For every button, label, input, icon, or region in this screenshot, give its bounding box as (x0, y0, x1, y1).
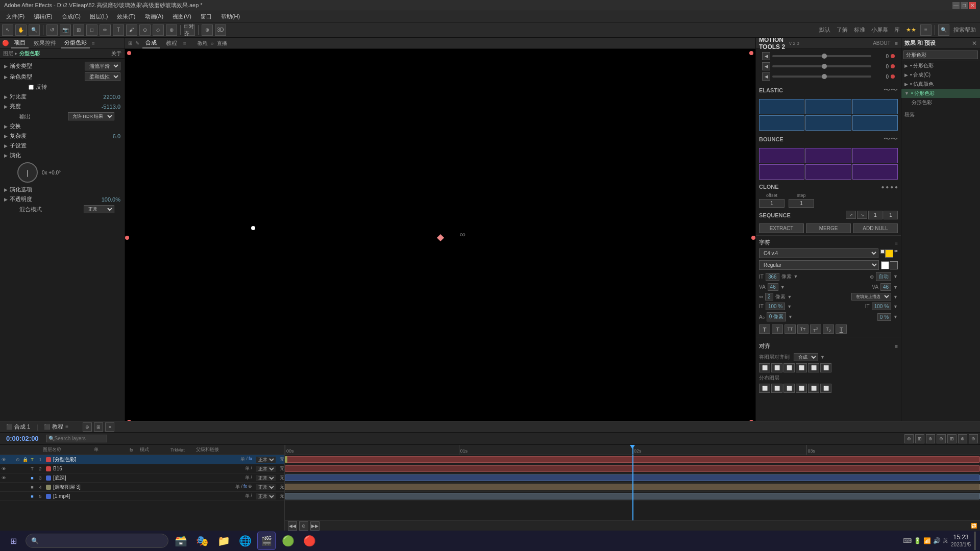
preview-panel-menu[interactable]: ≡ (183, 40, 186, 46)
tool-rect[interactable]: □ (86, 24, 97, 36)
taskbar-app-4[interactable]: 🌐 (236, 532, 254, 550)
align-center-h[interactable]: ⬜ (771, 363, 782, 372)
tool-3d[interactable]: 3D (215, 24, 226, 36)
tool-align[interactable]: □ 对齐 (184, 24, 195, 36)
layer-2-vis[interactable]: 👁 (0, 466, 7, 471)
tl-tool-7[interactable]: ⊕ (969, 434, 978, 443)
preset-5[interactable] (805, 115, 851, 131)
tl-tool-3[interactable]: ⊕ (926, 434, 935, 443)
sub-settings-row[interactable]: ▶ 子设置 (2, 141, 122, 151)
complexity-row[interactable]: ▶ 复杂度 6.0 (2, 131, 122, 141)
taskbar-app-6[interactable]: 🔴 (300, 532, 318, 550)
about-button[interactable]: ABOUT (873, 40, 890, 46)
output-select[interactable]: 允许 HDR 结果 (68, 112, 114, 120)
tab-effects[interactable]: 效果控件 (31, 38, 59, 48)
tool-brush[interactable]: 🖌 (126, 24, 137, 36)
layer-4-mode[interactable]: 正常 (256, 484, 276, 490)
transform-row[interactable]: ▶ 变换 (2, 121, 122, 131)
tool-snapping[interactable]: ⊕ (202, 24, 213, 36)
system-clock[interactable]: 15:23 2023/1/5 (951, 534, 971, 548)
color-swatch-yellow[interactable] (885, 249, 893, 258)
taskbar-app-3[interactable]: 📁 (214, 532, 233, 550)
layer-5-switch-shy[interactable]: / (251, 493, 252, 499)
bounce-preset-5[interactable] (805, 164, 851, 180)
tool-puppet[interactable]: ⊕ (166, 24, 177, 36)
menu-edit[interactable]: 编辑(E) (30, 12, 57, 21)
dist-right[interactable]: ⬜ (783, 384, 795, 393)
seq-num-2[interactable] (884, 211, 898, 219)
add-null-button[interactable]: ADD NULL (853, 223, 898, 233)
align-left[interactable]: ⬜ (759, 363, 770, 372)
evolution-knob[interactable] (17, 162, 38, 183)
menu-compose[interactable]: 合成(C) (58, 12, 85, 21)
menu-view[interactable]: 视图(V) (168, 12, 195, 21)
workspace-learn[interactable]: 了解 (835, 26, 850, 34)
tl-bottom-3[interactable]: ▶▶ (310, 521, 320, 531)
workspace-menu[interactable]: ≡ (920, 24, 932, 36)
tl-ctrl-3[interactable]: ≡ (105, 422, 114, 432)
layer-search-input[interactable] (55, 436, 105, 441)
align-center-v[interactable]: ⬜ (808, 363, 819, 372)
tool-camera[interactable]: 📷 (60, 24, 71, 36)
preset-1[interactable] (759, 99, 804, 114)
breadcrumb-tutorial[interactable]: 教程 (198, 40, 208, 47)
show-desktop-button[interactable] (974, 532, 976, 550)
menu-help[interactable]: 帮助(H) (217, 12, 244, 21)
search-button[interactable]: 🔍 (938, 24, 949, 36)
tool-rotate[interactable]: ↺ (46, 24, 58, 36)
brightness-row[interactable]: ▶ 亮度 -5113.0 (2, 102, 122, 111)
effects-search-input[interactable] (903, 51, 978, 59)
contrast-row[interactable]: ▶ 对比度 2200.0 (2, 92, 122, 102)
seq-icon-1[interactable]: ↗ (846, 211, 856, 219)
timeline-playhead[interactable] (632, 455, 633, 520)
opacity-row[interactable]: ▶ 不透明度 100.0% (2, 194, 122, 204)
evolution-opts-row[interactable]: ▶ 演化选项 (2, 185, 122, 194)
noise-type-select[interactable]: 湍流平滑 (85, 62, 120, 70)
layer-1-switch-single[interactable]: 单 (240, 456, 245, 463)
kerning-value[interactable]: 46 (768, 283, 778, 291)
bounce-preset-4[interactable] (759, 164, 804, 180)
preset-6[interactable] (852, 115, 898, 131)
tool-eraser[interactable]: ◇ (153, 24, 164, 36)
layer-1-switch-fx[interactable]: fx (249, 456, 252, 463)
track-area[interactable] (285, 455, 980, 520)
slider-dot-2[interactable] (891, 64, 895, 68)
minimize-button[interactable]: — (952, 2, 960, 9)
style-smallcap[interactable]: Tᴛ (797, 324, 808, 334)
nav-prev-3[interactable]: ◀ (762, 72, 770, 81)
ruler-playhead[interactable] (632, 445, 633, 455)
font-select[interactable]: C4 v.4 (759, 248, 878, 258)
workspace-library[interactable]: 库 (892, 26, 902, 34)
menu-window[interactable]: 窗口 (197, 12, 216, 21)
align-right[interactable]: ⬜ (783, 363, 795, 372)
noise-type-b-select[interactable]: 柔和线性 (85, 72, 120, 81)
align-bottom[interactable]: ⬜ (820, 363, 831, 372)
category-simulate[interactable]: ▶ • 仿真颜色 (901, 80, 980, 89)
blend-mode-select[interactable]: 正常 (84, 205, 114, 213)
layer-row-4[interactable]: ■ 4 [调整图层 3] 单 / fx ⊕ 正常 无 (0, 483, 284, 492)
tray-icon-sound[interactable]: 🔊 (933, 537, 941, 544)
style-italic[interactable]: T (772, 324, 783, 334)
slider-1[interactable] (772, 55, 871, 57)
output-row[interactable]: 输出 允许 HDR 结果 (2, 111, 122, 121)
dist-top[interactable]: ⬜ (796, 384, 807, 393)
layer-1-solo[interactable]: ⊙ (14, 457, 21, 462)
tab-composition[interactable]: 合成 (142, 38, 160, 48)
tab-project[interactable]: 项目 (11, 38, 29, 48)
layer-row-5[interactable]: ■ 5 [1.mp4] 单 / 正常 无 (0, 492, 284, 501)
clone-step-input[interactable] (789, 199, 814, 208)
nav-prev-2[interactable]: ◀ (762, 62, 770, 70)
menu-animation[interactable]: 动画(A) (141, 12, 168, 21)
layer-row-3[interactable]: 👁 ■ 3 [底深] 单 / 正常 无 (0, 473, 284, 483)
expand-icon-3[interactable]: ▶ (904, 82, 908, 87)
panel-menu-icon[interactable]: ≡ (92, 40, 95, 46)
tracking-value[interactable]: 2 (765, 293, 773, 300)
workspace-small[interactable]: 小屏幕 (869, 26, 890, 34)
preset-2[interactable] (805, 99, 851, 114)
toggle-label[interactable]: 关于 (111, 50, 121, 57)
tracking-mode-select[interactable]: 在填充上描边 (851, 293, 891, 300)
tl-tool-6[interactable]: ⊕ (958, 434, 967, 443)
loop-icon[interactable]: 🔁 (971, 523, 977, 529)
char-menu-icon[interactable]: ≡ (895, 240, 898, 246)
style-sub[interactable]: T2 (823, 324, 834, 334)
